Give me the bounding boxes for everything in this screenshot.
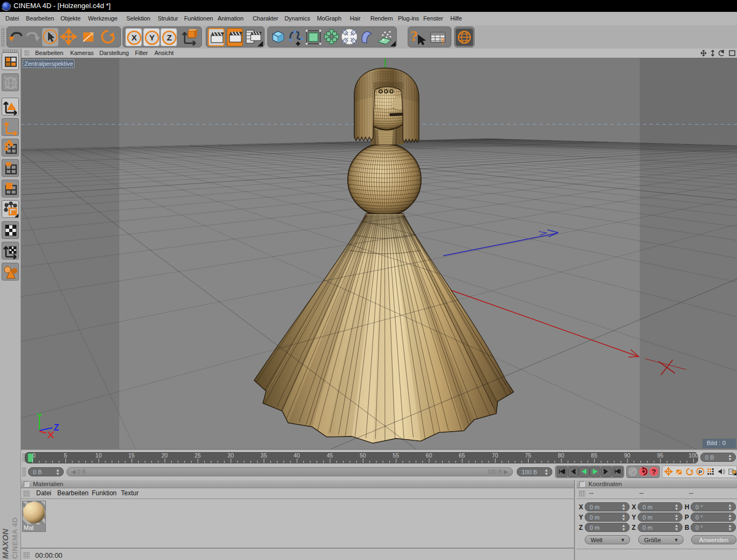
svg-text:50: 50 xyxy=(360,452,366,459)
svg-text:20: 20 xyxy=(161,452,168,459)
svg-text:P: P xyxy=(699,469,702,475)
svg-text:90: 90 xyxy=(624,452,631,459)
svg-text:85: 85 xyxy=(591,452,598,459)
svg-text:Z: Z xyxy=(167,33,172,42)
svg-text:Zentralperspektive: Zentralperspektive xyxy=(24,60,73,67)
svg-text:15: 15 xyxy=(129,452,135,459)
svg-text:95: 95 xyxy=(657,452,664,459)
svg-text:Y: Y xyxy=(149,33,154,42)
svg-text:35: 35 xyxy=(261,452,267,459)
svg-text:80: 80 xyxy=(558,452,564,459)
svg-text:5: 5 xyxy=(64,452,67,459)
svg-text:0: 0 xyxy=(32,452,36,459)
svg-text:Bild : 0: Bild : 0 xyxy=(707,440,726,446)
svg-text:55: 55 xyxy=(393,452,399,459)
svg-text:60: 60 xyxy=(426,452,432,459)
svg-text:X: X xyxy=(131,33,137,42)
svg-text:45: 45 xyxy=(327,452,333,459)
svg-text:65: 65 xyxy=(459,452,465,459)
svg-text:10: 10 xyxy=(96,452,102,459)
svg-text:?: ? xyxy=(652,468,656,476)
svg-text:70: 70 xyxy=(492,452,498,459)
svg-text:100: 100 xyxy=(688,452,698,459)
svg-text:?: ? xyxy=(441,37,445,46)
svg-text:75: 75 xyxy=(525,452,531,459)
svg-text:?: ? xyxy=(410,28,418,44)
svg-text:40: 40 xyxy=(294,452,300,459)
svg-text:30: 30 xyxy=(227,452,234,459)
svg-text:25: 25 xyxy=(194,452,201,459)
